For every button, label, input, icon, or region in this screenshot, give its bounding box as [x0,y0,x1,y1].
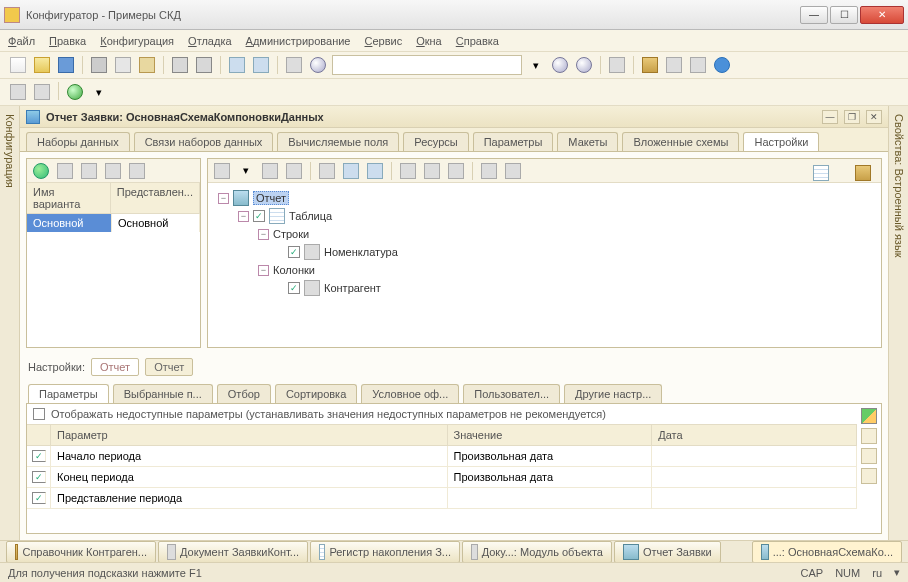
param-header-name[interactable]: Параметр [51,425,448,445]
tree-node-report[interactable]: Отчет [253,191,289,205]
checkbox-icon[interactable]: ✓ [288,246,300,258]
tree-tool-2[interactable] [422,161,442,181]
param-header-value[interactable]: Значение [448,425,653,445]
menu-config[interactable]: Конфигурация [100,35,174,47]
variant-row[interactable]: Основной Основной [27,214,200,232]
param-tool-2[interactable] [861,448,877,464]
tool-button-1[interactable] [664,55,684,75]
right-side-tab-properties[interactable]: Свойства: Встроенный язык [888,106,908,540]
new-button[interactable] [8,55,28,75]
tree-node-table[interactable]: Таблица [289,210,332,222]
variant-add-button[interactable] [31,161,51,181]
undo-button[interactable] [227,55,247,75]
tab-calc-fields[interactable]: Вычисляемые поля [277,132,399,151]
tree-toggle-icon[interactable]: − [258,265,269,276]
tree-toggle-icon[interactable]: − [238,211,249,222]
settings-chip-report-2[interactable]: Отчет [145,358,193,376]
tree-down-button[interactable] [365,161,385,181]
menu-help[interactable]: Справка [456,35,499,47]
param-row[interactable]: ✓ Представление периода [27,488,857,509]
help-button[interactable] [712,55,732,75]
tree-tool-3[interactable] [446,161,466,181]
cut-button[interactable] [89,55,109,75]
variant-save-button[interactable] [127,161,147,181]
param-header-date[interactable]: Дата [652,425,857,445]
window-minimize-button[interactable]: — [800,6,828,24]
subtab-user[interactable]: Пользовател... [463,384,560,403]
tab-settings[interactable]: Настройки [743,132,819,151]
syntax-helper-button[interactable] [640,55,660,75]
menu-debug[interactable]: Отладка [188,35,232,47]
variant-delete-button[interactable] [79,161,99,181]
tab-datasets[interactable]: Наборы данных [26,132,130,151]
tab-nested-schemas[interactable]: Вложенные схемы [622,132,739,151]
checkbox-icon[interactable]: ✓ [288,282,300,294]
checkbox-icon[interactable]: ✓ [253,210,265,222]
print-preview-button[interactable] [194,55,214,75]
tree-copy-button[interactable] [317,161,337,181]
param-tool-1[interactable] [861,428,877,444]
tree-tool-5[interactable] [503,161,523,181]
variants-header-name[interactable]: Имя варианта [27,183,111,213]
run-button[interactable] [65,82,85,102]
taskbar-item-active[interactable]: ...: ОсновнаяСхемаКо... [752,541,902,563]
subtab-conditional[interactable]: Условное оф... [361,384,459,403]
windows-button[interactable] [607,55,627,75]
checkbox-icon[interactable]: ✓ [32,492,46,504]
tree-columns-icon-1[interactable] [813,165,829,181]
tree-toggle-icon[interactable]: − [218,193,229,204]
tree-add-button[interactable] [212,161,232,181]
param-row[interactable]: ✓ Конец периода Произвольная дата [27,467,857,488]
save-button[interactable] [56,55,76,75]
tree-node-rows[interactable]: Строки [273,228,309,240]
tree-tool-4[interactable] [479,161,499,181]
search-dropdown[interactable]: ▾ [526,55,546,75]
breakpoint-list-button[interactable] [32,82,52,102]
show-unavailable-checkbox[interactable] [33,408,45,420]
variant-load-button[interactable] [103,161,123,181]
param-row[interactable]: ✓ Начало периода Произвольная дата [27,446,857,467]
tree-up-button[interactable] [341,161,361,181]
mdi-restore-button[interactable]: ❐ [844,110,860,124]
copy-button[interactable] [113,55,133,75]
search-input[interactable] [332,55,522,75]
subtab-parameters[interactable]: Параметры [28,384,109,403]
taskbar-item[interactable]: Справочник Контраген... [6,541,156,563]
subtab-filter[interactable]: Отбор [217,384,271,403]
tree-tool-1[interactable] [398,161,418,181]
run-dropdown[interactable]: ▾ [89,82,109,102]
paste-button[interactable] [137,55,157,75]
tree-node-col-item[interactable]: Контрагент [324,282,381,294]
mdi-minimize-button[interactable]: — [822,110,838,124]
subtab-sort[interactable]: Сортировка [275,384,357,403]
tab-resources[interactable]: Ресурсы [403,132,468,151]
menu-admin[interactable]: Администрирование [246,35,351,47]
tree-columns-icon-2[interactable] [855,165,871,181]
variants-header-repr[interactable]: Представлен... [111,183,200,213]
variant-copy-button[interactable] [55,161,75,181]
print-button[interactable] [170,55,190,75]
goto-button[interactable] [284,55,304,75]
menu-windows[interactable]: Окна [416,35,442,47]
find-prev-button[interactable] [574,55,594,75]
tool-button-2[interactable] [688,55,708,75]
menu-edit[interactable]: Правка [49,35,86,47]
tree-edit-button[interactable] [260,161,280,181]
redo-button[interactable] [251,55,271,75]
window-close-button[interactable]: ✕ [860,6,904,24]
edit-icon[interactable] [861,408,877,424]
tree-node-cols[interactable]: Колонки [273,264,315,276]
taskbar-item[interactable]: Документ ЗаявкиКонт... [158,541,308,563]
mdi-close-button[interactable]: ✕ [866,110,882,124]
menu-file[interactable]: Файл [8,35,35,47]
param-tool-3[interactable] [861,468,877,484]
checkbox-icon[interactable]: ✓ [32,471,46,483]
subtab-selected-fields[interactable]: Выбранные п... [113,384,213,403]
tree-add-dropdown[interactable]: ▾ [236,161,256,181]
subtab-other[interactable]: Другие настр... [564,384,662,403]
checkbox-icon[interactable]: ✓ [32,450,46,462]
tab-parameters[interactable]: Параметры [473,132,554,151]
tab-templates[interactable]: Макеты [557,132,618,151]
taskbar-item[interactable]: Отчет Заявки [614,541,721,563]
open-button[interactable] [32,55,52,75]
